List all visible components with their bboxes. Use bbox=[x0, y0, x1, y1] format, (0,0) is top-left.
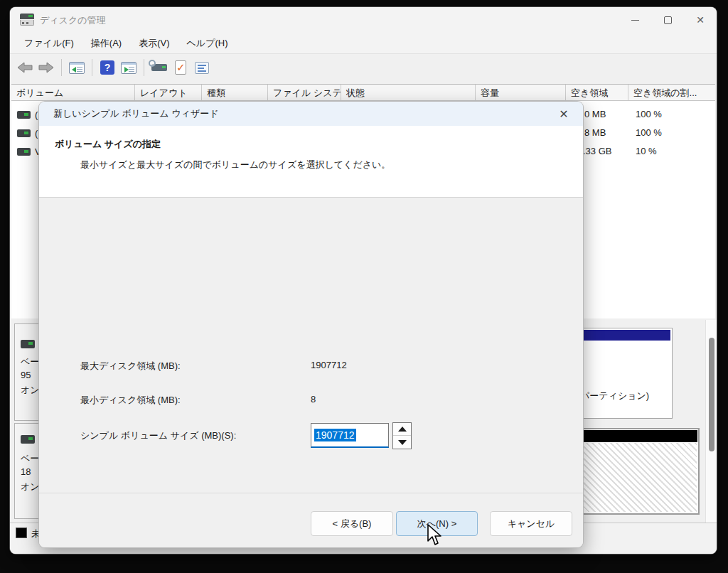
scrollbar-thumb[interactable] bbox=[709, 338, 714, 451]
disk-pane-scrollbar[interactable] bbox=[705, 320, 717, 526]
free-space-value: 8 MB bbox=[584, 127, 621, 138]
free-space-value: .33 GB bbox=[583, 146, 620, 156]
arrow-up-icon bbox=[398, 427, 407, 432]
help-icon: ? bbox=[100, 60, 114, 75]
show-console-tree-button[interactable] bbox=[66, 58, 87, 77]
action-pane-button[interactable] bbox=[118, 58, 139, 77]
column-free-space[interactable]: 空き領域 bbox=[566, 85, 628, 100]
minimize-icon bbox=[631, 20, 639, 21]
mouse-cursor bbox=[427, 524, 444, 550]
rescan-disk-icon bbox=[151, 64, 167, 71]
volume-size-selected-text: 1907712 bbox=[314, 429, 356, 441]
volume-size-spinner bbox=[392, 422, 412, 449]
disk1-status: オン bbox=[21, 481, 40, 493]
maximize-icon bbox=[664, 16, 672, 24]
free-space-value: 0 MB bbox=[584, 109, 621, 119]
disk1-size: 18 bbox=[21, 466, 31, 477]
unallocated-legend-swatch bbox=[16, 528, 27, 538]
back-arrow-icon bbox=[17, 62, 33, 73]
dialog-titlebar[interactable]: 新しいシンプル ボリューム ウィザード ✕ bbox=[39, 102, 583, 126]
toolbar-separator bbox=[61, 59, 62, 76]
dialog-header: ボリューム サイズの指定 最小サイズと最大サイズの間でボリュームのサイズを選択し… bbox=[39, 126, 583, 198]
back-wizard-button[interactable]: < 戻る(B) bbox=[311, 511, 393, 536]
rescan-disks-button[interactable] bbox=[149, 58, 170, 77]
min-disk-space-value: 8 bbox=[311, 394, 316, 405]
cancel-wizard-button[interactable]: キャンセル bbox=[490, 511, 572, 536]
disk0-size: 95 bbox=[21, 370, 31, 380]
forward-arrow-icon bbox=[38, 62, 54, 73]
volume-icon bbox=[17, 129, 31, 137]
window-titlebar[interactable]: ディスクの管理 ✕ bbox=[10, 7, 717, 33]
volume-size-input[interactable]: 1907712 bbox=[311, 423, 389, 448]
menu-file[interactable]: ファイル(F) bbox=[16, 34, 82, 53]
screenshot-stage: ディスクの管理 ✕ ファイル(F) 操作(A) 表示(V) ヘルプ(H) bbox=[0, 0, 728, 573]
column-type[interactable]: 種類 bbox=[202, 85, 268, 100]
arrow-down-icon bbox=[398, 440, 407, 445]
disk-management-icon bbox=[20, 14, 34, 26]
close-button[interactable]: ✕ bbox=[684, 7, 717, 33]
volume-icon bbox=[17, 111, 31, 119]
check-task-button[interactable]: ✓ bbox=[170, 58, 191, 77]
volume-icon bbox=[17, 148, 31, 156]
dialog-close-button[interactable]: ✕ bbox=[552, 103, 576, 124]
dialog-close-icon: ✕ bbox=[559, 107, 568, 121]
free-percent-value: 10 % bbox=[636, 146, 657, 156]
close-icon: ✕ bbox=[696, 14, 705, 26]
dialog-subheading: 最小サイズと最大サイズの間でボリュームのサイズを選択してください。 bbox=[80, 159, 390, 171]
volume-name: ( bbox=[35, 128, 38, 139]
disk-icon bbox=[21, 435, 35, 444]
menu-view[interactable]: 表示(V) bbox=[130, 34, 178, 53]
window-title: ディスクの管理 bbox=[40, 14, 106, 27]
toolbar: ? ✓ bbox=[10, 55, 717, 80]
volume-name: ( bbox=[35, 109, 38, 120]
toolbar-separator bbox=[144, 59, 144, 76]
new-simple-volume-wizard-dialog: 新しいシンプル ボリューム ウィザード ✕ ボリューム サイズの指定 最小サイズ… bbox=[39, 102, 583, 547]
column-volume[interactable]: ボリューム bbox=[11, 85, 135, 100]
spinner-down-button[interactable] bbox=[393, 436, 411, 449]
action-pane-icon bbox=[121, 62, 136, 74]
dialog-heading: ボリューム サイズの指定 bbox=[55, 138, 161, 151]
dialog-title: 新しいシンプル ボリューム ウィザード bbox=[53, 107, 219, 120]
simple-volume-size-label: シンプル ボリューム サイズ (MB)(S): bbox=[80, 429, 236, 442]
disk0-type: ベー bbox=[21, 355, 39, 368]
column-filesystem[interactable]: ファイル システム bbox=[268, 85, 341, 100]
column-status[interactable]: 状態 bbox=[341, 85, 476, 100]
menu-help[interactable]: ヘルプ(H) bbox=[178, 34, 237, 53]
max-disk-space-label: 最大ディスク領域 (MB): bbox=[80, 360, 181, 373]
column-layout[interactable]: レイアウト bbox=[135, 85, 202, 100]
forward-button[interactable] bbox=[36, 58, 57, 77]
spinner-up-button[interactable] bbox=[393, 423, 411, 436]
console-tree-icon bbox=[69, 62, 85, 74]
menu-bar: ファイル(F) 操作(A) 表示(V) ヘルプ(H) bbox=[10, 33, 717, 54]
min-disk-space-label: 最小ディスク領域 (MB): bbox=[80, 394, 181, 407]
free-percent-value: 100 % bbox=[636, 127, 662, 138]
disk-icon bbox=[21, 340, 35, 348]
disk0-status: オン bbox=[21, 384, 40, 397]
task-check-icon: ✓ bbox=[175, 60, 186, 75]
free-percent-value: 100 % bbox=[636, 109, 662, 119]
dialog-footer: < 戻る(B) 次へ(N) > キャンセル bbox=[39, 493, 583, 547]
help-button[interactable]: ? bbox=[97, 58, 118, 77]
properties-button[interactable] bbox=[191, 58, 213, 77]
disk1-type: ベー bbox=[21, 452, 39, 465]
volume-list-header: ボリューム レイアウト 種類 ファイル システム 状態 容量 空き領域 空き領域… bbox=[11, 84, 715, 101]
minimize-button[interactable] bbox=[619, 7, 651, 33]
back-button[interactable] bbox=[14, 58, 36, 77]
toolbar-separator bbox=[92, 59, 92, 76]
max-disk-space-value: 1907712 bbox=[311, 360, 347, 370]
maximize-button[interactable] bbox=[651, 7, 684, 33]
properties-icon bbox=[195, 62, 209, 74]
partition-label: パーティション) bbox=[580, 390, 649, 402]
column-capacity[interactable]: 容量 bbox=[476, 85, 566, 100]
menu-action[interactable]: 操作(A) bbox=[82, 34, 130, 53]
column-free-percent[interactable]: 空き領域の割... bbox=[628, 85, 712, 100]
